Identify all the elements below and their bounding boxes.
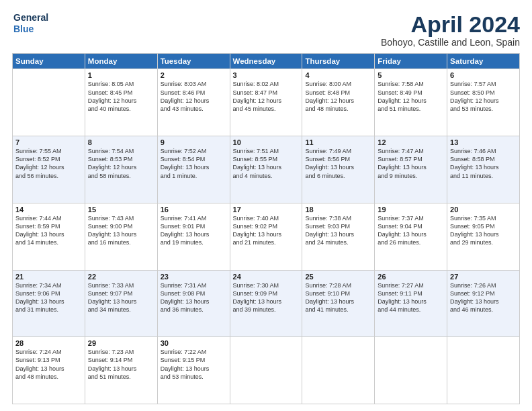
day-info: Sunrise: 7:40 AMSunset: 9:02 PMDaylight:… [233,214,300,247]
subtitle: Bohoyo, Castille and Leon, Spain [381,37,520,48]
calendar-cell: 24Sunrise: 7:30 AMSunset: 9:09 PMDayligh… [230,270,302,337]
calendar-cell: 5Sunrise: 7:58 AMSunset: 8:49 PMDaylight… [375,69,447,136]
day-number: 8 [88,138,154,146]
day-number: 3 [233,71,300,79]
day-number: 6 [450,71,517,79]
day-info: Sunrise: 7:23 AMSunset: 9:14 PMDaylight:… [88,348,154,381]
col-header-thursday: Thursday [302,54,375,69]
calendar-cell: 14Sunrise: 7:44 AMSunset: 8:59 PMDayligh… [13,203,85,270]
day-info: Sunrise: 7:43 AMSunset: 9:00 PMDaylight:… [88,214,154,247]
calendar-cell: 8Sunrise: 7:54 AMSunset: 8:53 PMDaylight… [85,136,157,203]
day-info: Sunrise: 8:00 AMSunset: 8:48 PMDaylight:… [305,80,371,113]
col-header-tuesday: Tuesday [157,54,230,69]
day-number: 24 [233,273,300,281]
day-number: 30 [161,339,227,347]
calendar-cell: 27Sunrise: 7:26 AMSunset: 9:12 PMDayligh… [447,270,520,337]
day-info: Sunrise: 7:54 AMSunset: 8:53 PMDaylight:… [88,147,154,180]
day-info: Sunrise: 7:52 AMSunset: 8:54 PMDaylight:… [161,147,227,180]
day-info: Sunrise: 7:35 AMSunset: 9:05 PMDaylight:… [450,214,517,247]
page: General Blue General Blue April 2024 Boh… [0,0,532,411]
col-header-saturday: Saturday [447,54,520,69]
calendar-cell: 30Sunrise: 7:22 AMSunset: 9:15 PMDayligh… [157,337,230,404]
day-number: 22 [88,273,154,281]
day-number: 1 [88,71,154,79]
title-block: April 2024 Bohoyo, Castille and Leon, Sp… [381,12,520,48]
day-number: 2 [161,71,227,79]
calendar-table: SundayMondayTuesdayWednesdayThursdayFrid… [12,53,520,404]
day-number: 28 [15,339,82,347]
day-info: Sunrise: 7:57 AMSunset: 8:50 PMDaylight:… [450,80,517,113]
calendar-cell [13,69,85,136]
calendar-cell: 26Sunrise: 7:27 AMSunset: 9:11 PMDayligh… [375,270,447,337]
day-number: 15 [88,205,154,214]
calendar-cell: 3Sunrise: 8:02 AMSunset: 8:47 PMDaylight… [230,69,302,136]
calendar-cell: 17Sunrise: 7:40 AMSunset: 9:02 PMDayligh… [230,203,302,270]
day-info: Sunrise: 7:47 AMSunset: 8:57 PMDaylight:… [378,147,444,180]
calendar-cell: 15Sunrise: 7:43 AMSunset: 9:00 PMDayligh… [85,203,157,270]
col-header-wednesday: Wednesday [230,54,302,69]
col-header-friday: Friday [375,54,447,69]
day-info: Sunrise: 7:49 AMSunset: 8:56 PMDaylight:… [305,147,371,180]
day-number: 16 [161,205,227,214]
calendar-cell: 21Sunrise: 7:34 AMSunset: 9:06 PMDayligh… [13,270,85,337]
day-number: 9 [161,138,227,146]
day-number: 26 [378,273,444,281]
day-number: 14 [15,205,82,214]
day-info: Sunrise: 7:46 AMSunset: 8:58 PMDaylight:… [450,147,517,180]
col-header-monday: Monday [85,54,157,69]
calendar-cell: 20Sunrise: 7:35 AMSunset: 9:05 PMDayligh… [447,203,520,270]
calendar-cell: 11Sunrise: 7:49 AMSunset: 8:56 PMDayligh… [302,136,375,203]
calendar-cell: 4Sunrise: 8:00 AMSunset: 8:48 PMDaylight… [302,69,375,136]
calendar-cell: 1Sunrise: 8:05 AMSunset: 8:45 PMDaylight… [85,69,157,136]
day-info: Sunrise: 7:34 AMSunset: 9:06 PMDaylight:… [15,281,82,314]
day-info: Sunrise: 7:37 AMSunset: 9:04 PMDaylight:… [378,214,444,247]
day-info: Sunrise: 7:24 AMSunset: 9:13 PMDaylight:… [15,348,82,381]
col-header-sunday: Sunday [13,54,85,69]
calendar-cell [447,337,520,404]
day-info: Sunrise: 7:22 AMSunset: 9:15 PMDaylight:… [161,348,227,381]
day-number: 20 [450,205,517,214]
day-info: Sunrise: 7:28 AMSunset: 9:10 PMDaylight:… [305,281,371,314]
day-info: Sunrise: 7:26 AMSunset: 9:12 PMDaylight:… [450,281,517,314]
day-info: Sunrise: 7:58 AMSunset: 8:49 PMDaylight:… [378,80,444,113]
calendar-cell [375,337,447,404]
day-info: Sunrise: 7:30 AMSunset: 9:09 PMDaylight:… [233,281,300,314]
day-number: 11 [305,138,371,146]
day-info: Sunrise: 7:31 AMSunset: 9:08 PMDaylight:… [161,281,227,314]
calendar-cell: 7Sunrise: 7:55 AMSunset: 8:52 PMDaylight… [13,136,85,203]
day-number: 5 [378,71,444,79]
logo-line2: Blue [13,24,48,35]
calendar-cell: 6Sunrise: 7:57 AMSunset: 8:50 PMDaylight… [447,69,520,136]
calendar-cell: 25Sunrise: 7:28 AMSunset: 9:10 PMDayligh… [302,270,375,337]
header: General Blue General Blue April 2024 Boh… [12,12,520,48]
day-info: Sunrise: 8:03 AMSunset: 8:46 PMDaylight:… [161,80,227,113]
day-info: Sunrise: 7:27 AMSunset: 9:11 PMDaylight:… [378,281,444,314]
calendar-cell: 28Sunrise: 7:24 AMSunset: 9:13 PMDayligh… [13,337,85,404]
main-title: April 2024 [381,12,520,37]
calendar-cell: 18Sunrise: 7:38 AMSunset: 9:03 PMDayligh… [302,203,375,270]
day-number: 10 [233,138,300,146]
calendar-cell: 12Sunrise: 7:47 AMSunset: 8:57 PMDayligh… [375,136,447,203]
calendar-cell: 10Sunrise: 7:51 AMSunset: 8:55 PMDayligh… [230,136,302,203]
day-number: 4 [305,71,371,79]
day-info: Sunrise: 7:41 AMSunset: 9:01 PMDaylight:… [161,214,227,247]
calendar-cell: 22Sunrise: 7:33 AMSunset: 9:07 PMDayligh… [85,270,157,337]
logo: General Blue General Blue [12,12,48,35]
day-number: 12 [378,138,444,146]
day-info: Sunrise: 7:55 AMSunset: 8:52 PMDaylight:… [15,147,82,180]
calendar-cell: 16Sunrise: 7:41 AMSunset: 9:01 PMDayligh… [157,203,230,270]
day-number: 21 [15,273,82,281]
calendar-cell: 23Sunrise: 7:31 AMSunset: 9:08 PMDayligh… [157,270,230,337]
day-info: Sunrise: 8:02 AMSunset: 8:47 PMDaylight:… [233,80,300,113]
day-number: 13 [450,138,517,146]
day-info: Sunrise: 7:38 AMSunset: 9:03 PMDaylight:… [305,214,371,247]
day-number: 29 [88,339,154,347]
day-info: Sunrise: 8:05 AMSunset: 8:45 PMDaylight:… [88,80,154,113]
day-info: Sunrise: 7:44 AMSunset: 8:59 PMDaylight:… [15,214,82,247]
calendar-cell: 19Sunrise: 7:37 AMSunset: 9:04 PMDayligh… [375,203,447,270]
day-info: Sunrise: 7:33 AMSunset: 9:07 PMDaylight:… [88,281,154,314]
calendar-cell [230,337,302,404]
calendar-cell: 13Sunrise: 7:46 AMSunset: 8:58 PMDayligh… [447,136,520,203]
logo-line1: General [13,12,48,24]
day-number: 19 [378,205,444,214]
